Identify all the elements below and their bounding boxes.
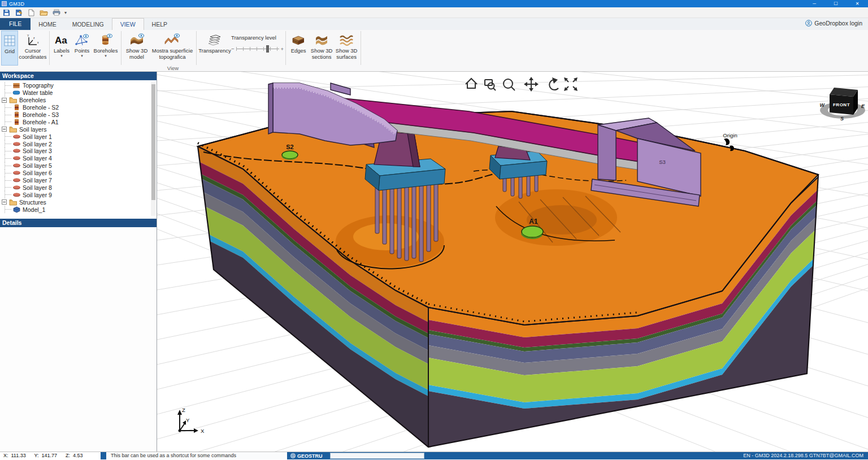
tree-item-borehole-a1[interactable]: Borehole - A1: [0, 118, 150, 125]
axis-z-label: Z: [182, 407, 185, 413]
cursor-coordinates-button[interactable]: Yzx Cursor coordinates: [18, 31, 47, 66]
zoom-window-icon[interactable]: [485, 80, 496, 90]
close-button[interactable]: ✕: [847, 0, 868, 7]
tree-item-water-table[interactable]: Water table: [0, 89, 150, 97]
rotate-icon[interactable]: [549, 77, 558, 90]
transparency-icon: [207, 32, 223, 48]
tab-help[interactable]: HELP: [144, 19, 175, 30]
svg-text:Aa: Aa: [55, 35, 67, 46]
tree-expander[interactable]: [2, 127, 7, 132]
soil-icon: [12, 133, 21, 140]
axis-triad: Z Y X: [177, 407, 205, 434]
gm3d-window: GM3D ─ ☐ ✕ ▾ FILE HOME MODELING VIEW HEL…: [0, 0, 868, 460]
save-as-icon[interactable]: [15, 9, 23, 16]
tree-item-soil-layer-6[interactable]: Soil layer 6: [0, 170, 150, 177]
tree-item-model-1[interactable]: Model_1: [0, 206, 150, 213]
version-info: EN - GM3D 2024.2.18.298.5 GTN7BT@GMAIL.C…: [424, 452, 868, 459]
borehole-icon: [12, 104, 21, 111]
tab-file[interactable]: FILE: [0, 18, 31, 30]
tree-item-topography[interactable]: Topography: [0, 82, 150, 89]
status-bar: X: 111.33 Y: 141.77 Z: 4.53 This bar can…: [0, 452, 868, 459]
edges-button[interactable]: Edges: [288, 31, 309, 66]
svg-text:Y: Y: [27, 34, 29, 37]
tab-view[interactable]: VIEW: [112, 18, 144, 30]
show-3d-model-button[interactable]: Show 3D model: [123, 31, 150, 66]
label-a1: A1: [529, 218, 538, 225]
save-icon[interactable]: [2, 9, 11, 16]
tree-item-label: Soil layer 8: [23, 184, 52, 191]
show-3d-model-icon: [129, 32, 145, 48]
title-bar: GM3D ─ ☐ ✕: [0, 0, 868, 7]
model-icon: [12, 206, 21, 213]
show-3d-surfaces-button[interactable]: Show 3D surfaces: [334, 31, 359, 66]
login-label: GeoDropbox login: [814, 20, 862, 27]
tree-item-boreholes[interactable]: Boreholes: [0, 97, 150, 104]
grid-button[interactable]: Grid: [1, 31, 18, 66]
fit-view-icon[interactable]: [564, 77, 578, 91]
tree-item-label: Model_1: [23, 206, 45, 213]
label-s2: S2: [286, 144, 293, 150]
soil-icon: [12, 170, 21, 176]
3d-viewport[interactable]: S2 A1 S3 Origin: [157, 72, 868, 452]
tree-item-soil-layer-4[interactable]: Soil layer 4: [0, 155, 150, 162]
scrollbar-thumb[interactable]: [151, 84, 155, 200]
tree-item-soil-layer-1[interactable]: Soil layer 1: [0, 133, 150, 140]
zoom-icon[interactable]: [504, 79, 515, 90]
tree-item-label: Soil layer 2: [23, 141, 52, 147]
tree-item-label: Structures: [19, 199, 46, 206]
open-folder-icon[interactable]: [40, 9, 48, 16]
window-title: GM3D: [9, 1, 24, 7]
tree-item-borehole-s3[interactable]: Borehole - S3: [0, 111, 150, 119]
labels-button[interactable]: Aa Labels ▾: [51, 31, 72, 66]
geostru-brand: G GEOSTRU: [287, 452, 330, 459]
boreholes-button[interactable]: Boreholes ▾: [92, 31, 119, 66]
slider-handle[interactable]: [266, 45, 269, 53]
points-button[interactable]: Points ▾: [72, 31, 92, 66]
tree-item-borehole-s2[interactable]: Borehole - S2: [0, 104, 150, 111]
minimize-button[interactable]: ─: [804, 0, 825, 7]
folder-icon: [9, 126, 18, 133]
tree-item-soil-layer-3[interactable]: Soil layer 3: [0, 147, 150, 155]
slider-minus[interactable]: −: [231, 46, 235, 52]
orientation-cube[interactable]: FRONT W S E: [820, 88, 866, 121]
soil-icon: [12, 177, 21, 184]
tree-expander[interactable]: [2, 98, 7, 103]
tab-modeling[interactable]: MODELING: [64, 19, 112, 30]
3d-scene[interactable]: S2 A1 S3 Origin: [157, 72, 868, 452]
soil-icon: [12, 192, 21, 198]
tree-item-structures[interactable]: Structures: [0, 198, 150, 206]
tree-item-soil-layer-7[interactable]: Soil layer 7: [0, 177, 150, 184]
transparency-button[interactable]: Transparency: [198, 31, 231, 66]
axis-y-label: Y: [186, 417, 190, 423]
cube-front-label: FRONT: [833, 102, 850, 107]
show-3d-sections-button[interactable]: Show 3D sections: [309, 31, 334, 66]
statusbar-hint: This bar can be used as a shortcut for s…: [106, 452, 287, 459]
print-icon[interactable]: [52, 9, 60, 16]
tree-item-label: Soil layer 5: [23, 162, 52, 169]
folder-icon: [9, 199, 18, 206]
tree-expander[interactable]: [2, 199, 7, 205]
pan-icon[interactable]: [524, 77, 539, 92]
qat-customize-icon[interactable]: ▾: [64, 10, 67, 15]
workspace-header: Workspace: [0, 72, 157, 80]
tree-item-soil-layer-2[interactable]: Soil layer 2: [0, 140, 150, 147]
water-icon: [12, 89, 21, 96]
borehole-marker-a1: [522, 226, 543, 237]
statusbar-progress-box: [330, 453, 424, 459]
tree-item-label: Water table: [23, 89, 53, 96]
tree-item-soil-layer-8[interactable]: Soil layer 8: [0, 184, 150, 191]
transparency-slider[interactable]: [236, 45, 279, 53]
tree-item-soil-layer-5[interactable]: Soil layer 5: [0, 162, 150, 170]
tree-item-soil-layers[interactable]: Soil layers: [0, 125, 150, 133]
tree-scrollbar[interactable]: [151, 82, 156, 216]
edges-icon: [290, 32, 306, 48]
show-3d-surfaces-icon: [338, 32, 354, 48]
maximize-button[interactable]: ☐: [825, 0, 847, 7]
tab-home[interactable]: HOME: [31, 19, 64, 30]
tree-item-label: Soil layer 1: [23, 133, 52, 140]
new-file-icon[interactable]: [27, 9, 36, 16]
geodropbox-login[interactable]: GeoDropbox login: [805, 20, 862, 27]
slider-plus[interactable]: +: [281, 46, 284, 52]
mostra-superficie-button[interactable]: Mostra superficie topografica: [150, 31, 194, 66]
tree-item-soil-layer-9[interactable]: Soil layer 9: [0, 191, 150, 198]
